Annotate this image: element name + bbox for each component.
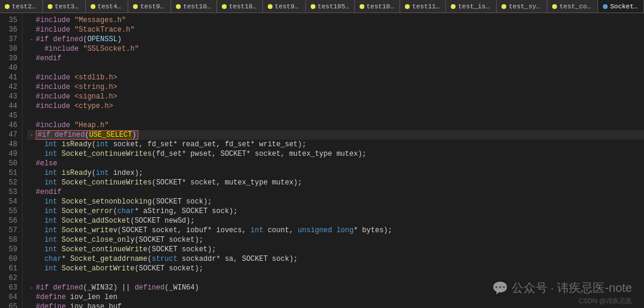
fold-icon-55[interactable]: [27, 207, 36, 215]
fold-icon-41[interactable]: [27, 73, 36, 82]
code-text-52: int Socket_continueWrites(SOCKET* socket…: [36, 178, 644, 187]
code-line-54: int Socket_setnonblocking(SOCKET sock);: [27, 197, 644, 207]
tab-test10b[interactable]: test10..cl: [355, 0, 401, 13]
fold-icon-63[interactable]: -: [27, 284, 36, 292]
code-line-53: #endif: [27, 187, 644, 197]
fold-icon-64[interactable]: [27, 293, 36, 301]
line-num-36: 36: [2, 25, 17, 35]
fold-icon-58[interactable]: [27, 236, 36, 244]
tab-test11[interactable]: test11..cl: [400, 0, 446, 13]
fold-icon-43[interactable]: [27, 93, 36, 101]
csdn-label: CSDN @讳疾忌医: [579, 297, 632, 306]
fold-icon-52[interactable]: [27, 178, 36, 187]
tab-test9a[interactable]: test9..cl: [128, 0, 171, 13]
tab-label: test9..cl: [275, 3, 301, 10]
tab-icon: [268, 4, 273, 9]
code-line-47: - #if defined(USE_SELECT): [27, 130, 644, 140]
fold-icon-46[interactable]: [27, 121, 36, 130]
fold-icon-36[interactable]: [27, 26, 36, 34]
tab-test195[interactable]: test195..cl: [306, 0, 355, 13]
fold-icon-35[interactable]: [27, 16, 36, 24]
fold-icon-38[interactable]: [27, 45, 36, 53]
line-num-56: 56: [2, 216, 17, 226]
code-line-63: - #if defined(_WIN32) || defined(_WIN64): [27, 283, 644, 292]
fold-icon-44[interactable]: [27, 102, 36, 110]
code-text-57: int Socket_writev(SOCKET socket, iobuf* …: [36, 226, 644, 235]
code-text-48: int isReady(int socket, fd_set* read_set…: [36, 140, 644, 149]
tab-icon: [91, 4, 95, 9]
fold-icon-62[interactable]: [27, 274, 36, 282]
fold-icon-65[interactable]: [27, 303, 36, 308]
line-num-59: 59: [2, 245, 17, 254]
fold-icon-48[interactable]: [27, 140, 36, 149]
tab-test-connect[interactable]: test_connect_d...: [547, 0, 598, 13]
tab-test2[interactable]: test2..cl: [0, 0, 43, 13]
tab-test-issue[interactable]: test_issue37...: [446, 0, 497, 13]
code-line-60: char* Socket_getaddrname(struct sockaddr…: [27, 254, 644, 264]
tab-icon: [451, 4, 456, 9]
fold-icon-53[interactable]: [27, 188, 36, 196]
line-num-51: 51: [2, 168, 17, 178]
line-num-48: 48: [2, 140, 17, 149]
fold-icon-57[interactable]: [27, 226, 36, 235]
fold-icon-37[interactable]: -: [27, 35, 36, 44]
tab-label: test9..cl: [140, 3, 166, 10]
fold-icon-54[interactable]: [27, 198, 36, 206]
tab-label: test10..cl: [183, 3, 212, 10]
code-text-63: #if defined(_WIN32) || defined(_WIN64): [36, 283, 644, 292]
tab-icon: [311, 4, 315, 9]
fold-icon-60[interactable]: [27, 255, 36, 263]
code-text-49: int Socket_continueWrites(fd_set* pwset,…: [36, 149, 644, 159]
tab-label: test_connect_d...: [559, 3, 593, 10]
code-line-42: #include <string.h>: [27, 82, 644, 92]
code-text-45: [36, 111, 644, 121]
code-text-37: #if defined(OPENSSL): [36, 35, 644, 44]
tab-label: test18..cl: [229, 3, 258, 10]
code-line-56: int Socket_addSocket(SOCKET newSd);: [27, 216, 644, 226]
tab-socket[interactable]: Socket..cl: [598, 0, 644, 13]
code-line-59: int Socket_continueWrite(SOCKET socket);: [27, 245, 644, 254]
code-line-52: int Socket_continueWrites(SOCKET* socket…: [27, 178, 644, 187]
tab-test10a[interactable]: test10..cl: [171, 0, 217, 13]
code-text-42: #include <string.h>: [36, 82, 644, 92]
fold-icon-51[interactable]: [27, 169, 36, 177]
fold-icon-45[interactable]: [27, 112, 36, 120]
tab-icon: [48, 4, 52, 9]
fold-icon-61[interactable]: [27, 264, 36, 273]
fold-icon-40[interactable]: [27, 64, 36, 72]
tab-label: test10..cl: [367, 3, 395, 10]
tab-icon: [360, 4, 364, 9]
code-text-46: #include "Heap.h": [36, 121, 644, 130]
tab-test18[interactable]: test18..cl: [217, 0, 263, 13]
tab-test3[interactable]: test3..cl: [43, 0, 86, 13]
fold-icon-49[interactable]: [27, 150, 36, 158]
tab-test-sync[interactable]: test_sync_ses...: [497, 0, 547, 13]
code-text-40: [36, 63, 644, 73]
code-text-36: #include "StackTrace.h": [36, 25, 644, 35]
line-num-41: 41: [2, 73, 17, 82]
line-num-37: 37: [2, 35, 17, 44]
line-num-57: 57: [2, 226, 17, 235]
line-num-38: 38: [2, 44, 17, 54]
fold-icon-42[interactable]: [27, 83, 36, 91]
code-area[interactable]: #include "Messages.h" #include "StackTra…: [23, 13, 644, 308]
line-num-53: 53: [2, 187, 17, 197]
tab-icon: [405, 4, 410, 9]
tab-icon: [176, 4, 181, 9]
tab-test4[interactable]: test4..cl: [86, 0, 129, 13]
fold-icon-50[interactable]: [27, 159, 36, 168]
fold-icon-39[interactable]: [27, 54, 36, 63]
tab-label: test11..cl: [412, 3, 441, 10]
fold-icon-59[interactable]: [27, 245, 36, 254]
tab-icon: [5, 4, 10, 9]
code-line-62: [27, 273, 644, 283]
fold-icon-56[interactable]: [27, 217, 36, 225]
line-num-65: 65: [2, 302, 17, 308]
code-text-58: int Socket_close_only(SOCKET socket);: [36, 235, 644, 245]
line-num-63: 63: [2, 283, 17, 292]
fold-icon-47[interactable]: -: [27, 131, 36, 139]
code-text-38: #include "SSLSocket.h": [36, 44, 644, 54]
line-num-61: 61: [2, 264, 17, 273]
tab-test9b[interactable]: test9..cl: [263, 0, 306, 13]
code-line-57: int Socket_writev(SOCKET socket, iobuf* …: [27, 226, 644, 235]
